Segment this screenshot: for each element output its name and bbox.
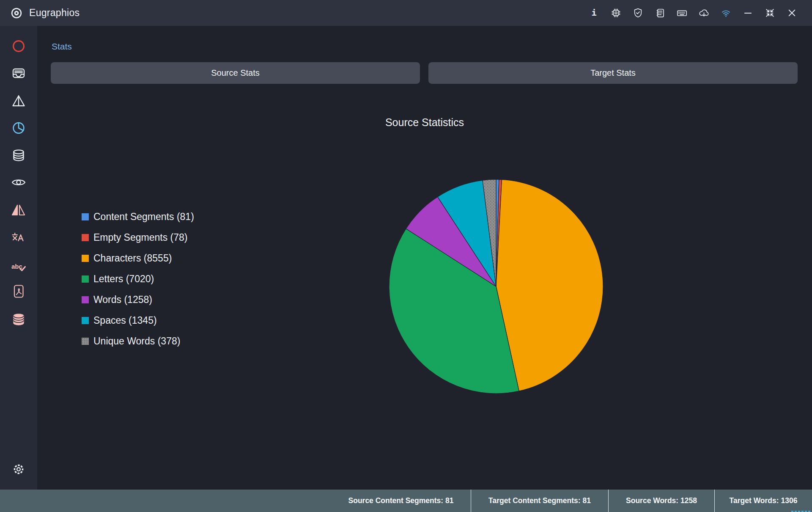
keyboard-button[interactable] bbox=[671, 0, 693, 26]
section-label: Stats bbox=[52, 41, 72, 52]
record-icon bbox=[11, 38, 27, 54]
statusbar-cell: Target Content Segments: 81 bbox=[471, 490, 608, 512]
close-icon bbox=[786, 7, 798, 19]
source-stats-button[interactable]: Source Stats bbox=[51, 62, 420, 84]
restore-compress-icon bbox=[764, 7, 776, 19]
statusbar-cell: Target Words: 1306 bbox=[714, 490, 812, 512]
legend-label: Spaces (1345) bbox=[93, 315, 157, 326]
shield-check-button[interactable] bbox=[627, 0, 649, 26]
translate-icon bbox=[11, 230, 27, 246]
app-window: Eugraphios i bbox=[0, 0, 812, 512]
sidebar-item-pdf[interactable] bbox=[0, 284, 37, 300]
chart-legend: Content Segments (81)Empty Segments (78)… bbox=[82, 206, 194, 352]
main-content: Stats Source Stats Target Stats Source S… bbox=[37, 26, 812, 490]
chip-button[interactable] bbox=[605, 0, 627, 26]
sidebar-item-database-filled[interactable] bbox=[0, 311, 37, 328]
legend-label: Content Segments (81) bbox=[93, 211, 194, 223]
sidebar: abc bbox=[0, 26, 37, 490]
settings-gear-icon bbox=[11, 461, 27, 477]
sidebar-item-settings[interactable] bbox=[0, 461, 37, 477]
sidebar-item-prism[interactable] bbox=[0, 93, 37, 109]
cloud-download-icon bbox=[698, 7, 710, 19]
legend-label: Unique Words (378) bbox=[93, 336, 180, 347]
titlebar: Eugraphios i bbox=[0, 0, 812, 26]
spellcheck-icon: abc bbox=[11, 259, 27, 275]
legend-swatch bbox=[82, 317, 89, 324]
wifi-button[interactable] bbox=[715, 0, 737, 26]
legend-item: Spaces (1345) bbox=[82, 310, 194, 331]
prism-icon bbox=[11, 93, 27, 109]
inbox-icon bbox=[11, 65, 27, 81]
pie-chart-icon bbox=[11, 120, 27, 136]
statusbar-cell: Source Content Segments: 81 bbox=[331, 490, 471, 512]
restore-button[interactable] bbox=[759, 0, 781, 26]
target-stats-button[interactable]: Target Stats bbox=[428, 62, 798, 84]
app-title: Eugraphios bbox=[29, 7, 80, 19]
info-button[interactable]: i bbox=[583, 0, 605, 26]
chip-icon bbox=[610, 7, 622, 19]
legend-label: Empty Segments (78) bbox=[93, 232, 187, 243]
database-icon bbox=[11, 147, 27, 163]
close-button[interactable] bbox=[781, 0, 803, 26]
legend-item: Letters (7020) bbox=[82, 269, 194, 289]
flip-mirror-icon bbox=[11, 202, 27, 218]
legend-label: Words (1258) bbox=[93, 294, 152, 306]
legend-item: Content Segments (81) bbox=[82, 206, 194, 227]
sidebar-item-database[interactable] bbox=[0, 147, 37, 163]
statusbar: Source Content Segments: 81Target Conten… bbox=[0, 490, 812, 512]
sidebar-item-record[interactable] bbox=[0, 38, 37, 54]
minimize-icon bbox=[742, 7, 754, 19]
database-filled-icon bbox=[11, 311, 27, 328]
sidebar-item-spellcheck[interactable]: abc bbox=[0, 259, 37, 275]
sidebar-item-translate[interactable] bbox=[0, 230, 37, 246]
legend-swatch bbox=[82, 296, 89, 303]
sidebar-item-inbox[interactable] bbox=[0, 65, 37, 81]
sidebar-item-preview[interactable] bbox=[0, 174, 37, 190]
pie-chart-wrap bbox=[386, 176, 606, 396]
legend-swatch bbox=[82, 234, 89, 241]
wifi-icon bbox=[720, 7, 732, 19]
cloud-download-button[interactable] bbox=[693, 0, 715, 26]
sidebar-item-stats-pie[interactable] bbox=[0, 120, 37, 136]
legend-swatch bbox=[82, 255, 89, 262]
legend-swatch bbox=[82, 338, 89, 345]
chart-title: Source Statistics bbox=[37, 116, 812, 129]
shield-check-icon bbox=[632, 7, 644, 19]
keyboard-icon bbox=[676, 7, 688, 19]
legend-swatch bbox=[82, 275, 89, 283]
stats-tab-buttons: Source Stats Target Stats bbox=[51, 62, 798, 84]
info-icon: i bbox=[588, 7, 600, 19]
release-notes-icon bbox=[654, 7, 666, 19]
release-notes-button[interactable] bbox=[649, 0, 671, 26]
legend-item: Characters (8555) bbox=[82, 248, 194, 269]
minimize-button[interactable] bbox=[737, 0, 759, 26]
legend-item: Unique Words (378) bbox=[82, 331, 194, 352]
legend-label: Characters (8555) bbox=[93, 253, 172, 264]
pie-chart bbox=[386, 176, 606, 396]
titlebar-actions: i bbox=[583, 0, 803, 26]
eye-icon bbox=[11, 174, 27, 190]
pdf-icon bbox=[11, 284, 27, 300]
legend-swatch bbox=[82, 213, 89, 220]
legend-item: Words (1258) bbox=[82, 289, 194, 310]
statusbar-cell: Source Words: 1258 bbox=[608, 490, 714, 512]
legend-label: Letters (7020) bbox=[93, 273, 154, 285]
sidebar-item-flip[interactable] bbox=[0, 202, 37, 218]
svg-text:i: i bbox=[591, 8, 596, 18]
legend-item: Empty Segments (78) bbox=[82, 227, 194, 248]
app-logo-bullseye-icon bbox=[10, 7, 23, 19]
